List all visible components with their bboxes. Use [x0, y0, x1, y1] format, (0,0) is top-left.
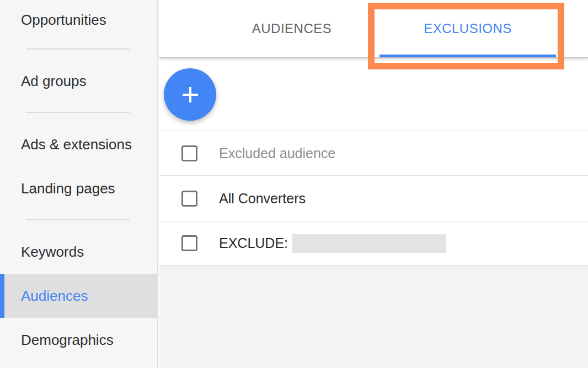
table-row: EXCLUDE: [159, 221, 588, 266]
sidebar-item-landing-pages[interactable]: Landing pages [0, 166, 157, 210]
sidebar-item-label: Ads & extensions [21, 136, 132, 153]
tab-label: AUDIENCES [252, 21, 332, 36]
sidebar-item-keywords[interactable]: Keywords [0, 230, 157, 274]
main-content: AUDIENCES EXCLUSIONS Excluded audience A… [159, 0, 588, 368]
sidebar-item-label: Audiences [21, 288, 88, 305]
sidebar-item-opportunities[interactable]: Opportunities [0, 0, 157, 40]
row-checkbox[interactable] [181, 191, 197, 207]
select-all-checkbox[interactable] [181, 145, 197, 161]
tab-label: EXCLUSIONS [424, 21, 512, 36]
table-row: All Converters [159, 176, 588, 221]
excluded-audience-name: EXCLUDE: [219, 235, 288, 251]
sidebar-item-label: Opportunities [21, 12, 106, 29]
column-header-excluded-audience: Excluded audience [219, 145, 335, 161]
table-header-row: Excluded audience [159, 131, 588, 176]
plus-icon [181, 86, 199, 104]
tab-exclusions[interactable]: EXCLUSIONS [379, 0, 556, 57]
redacted-value [292, 234, 446, 253]
row-checkbox[interactable] [181, 235, 197, 251]
sidebar-item-ad-groups[interactable]: Ad groups [0, 59, 157, 103]
excluded-audience-name: All Converters [219, 191, 306, 207]
toolbar-row [159, 58, 588, 131]
google-ads-audiences-page: Opportunities Ad groups Ads & extensions… [0, 0, 588, 368]
active-tab-indicator [379, 55, 556, 57]
sidebar-item-label: Keywords [21, 243, 84, 261]
add-exclusion-fab-button[interactable] [164, 68, 216, 121]
tab-bar: AUDIENCES EXCLUSIONS [159, 0, 588, 58]
sidebar-divider [26, 48, 130, 50]
sidebar-item-audiences[interactable]: Audiences [0, 274, 157, 318]
empty-area [159, 266, 588, 368]
sidebar-item-label: Landing pages [21, 180, 115, 197]
sidebar-divider [26, 219, 130, 220]
sidebar-item-label: Ad groups [21, 73, 87, 90]
sidebar-item-label: Demographics [21, 332, 114, 349]
sidebar-divider [26, 112, 130, 113]
sidebar-item-demographics[interactable]: Demographics [0, 318, 157, 362]
tab-audiences[interactable]: AUDIENCES [204, 0, 380, 57]
sidebar-item-ads-extensions[interactable]: Ads & extensions [0, 122, 157, 166]
sidebar-nav: Opportunities Ad groups Ads & extensions… [0, 0, 158, 368]
